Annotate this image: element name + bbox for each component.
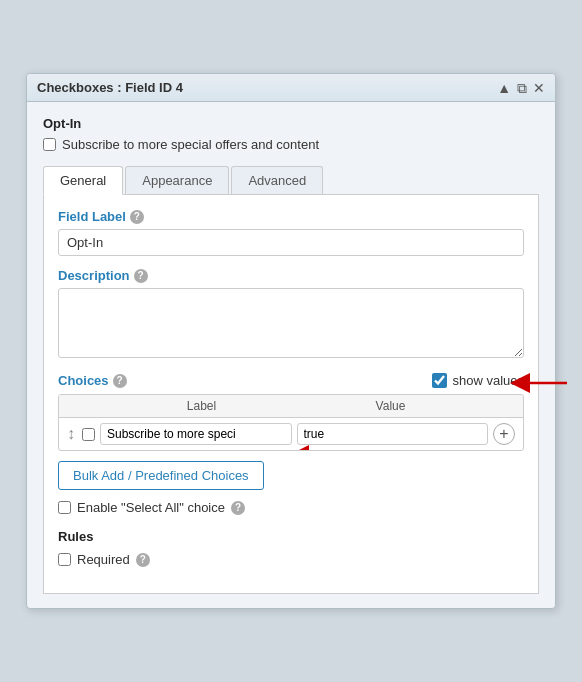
tab-content-general: Field Label ? Description ? Choices ? [43,195,539,594]
choices-group: Choices ? show values [58,373,524,515]
choices-header: Choices ? show values [58,373,524,388]
rules-group: Rules Required ? [58,529,524,567]
tabs: General Appearance Advanced [43,166,539,195]
row-label-input[interactable] [100,423,292,445]
select-all-label: Enable "Select All" choice [77,500,225,515]
show-values-checkbox[interactable] [432,373,447,388]
show-values-row: show values [432,373,524,388]
description-group: Description ? [58,268,524,361]
description-heading: Description ? [58,268,524,283]
row-add-button[interactable]: + [493,423,515,445]
field-label-group: Field Label ? [58,209,524,256]
required-label: Required [77,552,130,567]
opt-in-title: Opt-In [43,116,539,131]
arrow-show-values [512,369,572,397]
window-body: Opt-In Subscribe to more special offers … [27,102,555,608]
row-checkbox[interactable] [82,428,95,441]
tab-general[interactable]: General [43,166,123,195]
col-value-header: Value [296,399,485,413]
close-icon[interactable]: ✕ [533,81,545,95]
select-all-help-icon[interactable]: ? [231,501,245,515]
rules-title: Rules [58,529,524,544]
copy-icon[interactable]: ⧉ [517,81,527,95]
description-input[interactable] [58,288,524,358]
choices-help-icon[interactable]: ? [113,374,127,388]
choices-table: Label Value ↕ + [58,394,524,451]
bulk-add-button[interactable]: Bulk Add / Predefined Choices [58,461,264,490]
opt-in-checkbox-label: Subscribe to more special offers and con… [62,137,319,152]
tab-appearance[interactable]: Appearance [125,166,229,194]
col-spacer [67,399,107,413]
opt-in-checkbox-row: Subscribe to more special offers and con… [43,137,539,152]
window-title: Checkboxes : Field ID 4 [37,80,183,95]
minimize-icon[interactable]: ▲ [497,81,511,95]
col-action-header [485,399,515,413]
choices-col-headers: Label Value [59,395,523,418]
titlebar-controls: ▲ ⧉ ✕ [497,81,545,95]
required-help-icon[interactable]: ? [136,553,150,567]
titlebar: Checkboxes : Field ID 4 ▲ ⧉ ✕ [27,74,555,102]
choices-row: ↕ + [59,418,523,450]
required-row: Required ? [58,552,524,567]
select-all-checkbox[interactable] [58,501,71,514]
tab-advanced[interactable]: Advanced [231,166,323,194]
col-label-header: Label [107,399,296,413]
field-label-input[interactable] [58,229,524,256]
field-label-help-icon[interactable]: ? [130,210,144,224]
row-value-input[interactable] [297,423,489,445]
main-window: Checkboxes : Field ID 4 ▲ ⧉ ✕ Opt-In Sub… [26,73,556,609]
description-help-icon[interactable]: ? [134,269,148,283]
row-drag-handle[interactable]: ↕ [67,425,75,443]
opt-in-checkbox[interactable] [43,138,56,151]
select-all-row: Enable "Select All" choice ? [58,500,524,515]
choices-label: Choices ? [58,373,127,388]
required-checkbox[interactable] [58,553,71,566]
field-label-heading: Field Label ? [58,209,524,224]
